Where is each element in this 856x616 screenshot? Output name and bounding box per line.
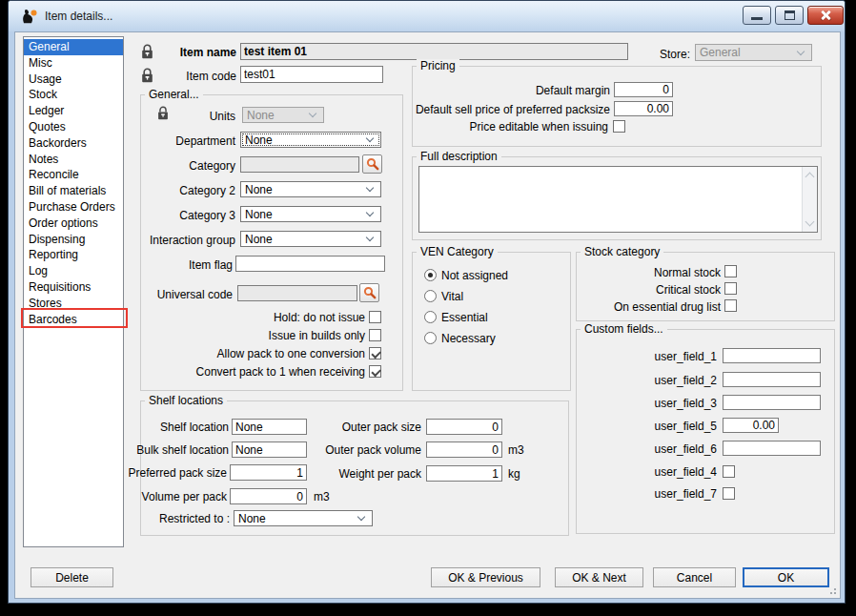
user-field-1-input[interactable] <box>723 348 821 363</box>
price-editable-checkbox[interactable] <box>613 120 625 133</box>
restricted-to-label: Restricted to : <box>111 512 230 525</box>
chevron-down-icon <box>797 47 805 54</box>
close-button[interactable] <box>807 6 844 25</box>
sidebar-item-stock[interactable]: Stock <box>24 87 123 103</box>
ven-vital-radio[interactable] <box>424 290 437 302</box>
item-details-window: Item details... General Misc Usage Stock… <box>8 0 846 604</box>
category2-select[interactable]: None <box>240 181 381 197</box>
default-margin-input[interactable] <box>614 82 673 97</box>
user-field-6-input[interactable] <box>723 441 821 456</box>
custom-fields-group-title: Custom fields... <box>581 322 667 336</box>
chevron-down-icon <box>366 134 374 142</box>
volume-unit-label: m3 <box>314 490 330 503</box>
item-code-input[interactable] <box>240 66 383 83</box>
cancel-button[interactable]: Cancel <box>653 567 736 587</box>
restricted-to-value: None <box>238 512 266 525</box>
allow-pack-conversion-checkbox[interactable] <box>369 347 381 359</box>
outer-pack-volume-unit-label: m3 <box>508 443 524 457</box>
user-field-4-checkbox[interactable] <box>723 465 735 478</box>
user-field-3-input[interactable] <box>723 395 821 410</box>
outer-pack-volume-input[interactable] <box>426 441 502 458</box>
item-name-label: Item name <box>139 46 236 59</box>
magnifier-icon <box>366 157 379 171</box>
ok-button[interactable]: OK <box>743 567 829 587</box>
weight-per-pack-input[interactable] <box>426 465 502 482</box>
resize-grip[interactable] <box>826 585 838 596</box>
delete-button[interactable]: Delete <box>31 567 113 587</box>
sidebar-item-quotes[interactable]: Quotes <box>24 119 123 135</box>
full-description-textarea[interactable] <box>418 166 818 233</box>
category3-select[interactable]: None <box>240 206 381 222</box>
outer-pack-size-input[interactable] <box>426 419 502 435</box>
user-field-5-input[interactable] <box>723 418 779 433</box>
category-input[interactable] <box>240 156 359 173</box>
sidebar-item-usage[interactable]: Usage <box>24 72 123 88</box>
title-bar[interactable]: Item details... <box>9 1 845 31</box>
issue-builds-checkbox[interactable] <box>369 329 381 341</box>
textarea-scrollbar[interactable] <box>802 167 817 232</box>
store-value: General <box>700 46 741 59</box>
hold-checkbox[interactable] <box>369 311 381 323</box>
ven-necessary-label: Necessary <box>441 332 496 345</box>
user-field-2-input[interactable] <box>723 372 821 387</box>
universal-code-label: Universal code <box>128 288 233 301</box>
ven-not-assigned-radio[interactable] <box>424 269 437 281</box>
ven-essential-radio[interactable] <box>424 311 437 323</box>
shelf-location-input[interactable] <box>232 419 307 435</box>
sidebar-item-purchase-orders[interactable]: Purchase Orders <box>24 199 123 216</box>
sidebar-item-reporting[interactable]: Reporting <box>24 247 123 263</box>
store-label: Store: <box>652 48 690 61</box>
bulk-shelf-location-input[interactable] <box>232 441 307 458</box>
ok-next-button[interactable]: OK & Next <box>555 567 643 587</box>
ok-previous-button[interactable]: OK & Previous <box>431 567 540 587</box>
issue-builds-label: Issue in builds only <box>130 329 365 342</box>
sidebar-item-reconcile[interactable]: Reconcile <box>24 167 123 183</box>
convert-pack-checkbox[interactable] <box>369 365 381 378</box>
user-field-6-label: user_field_6 <box>587 442 717 456</box>
chevron-down-icon <box>309 110 316 117</box>
item-name-input[interactable] <box>240 43 628 60</box>
sidebar-item-general[interactable]: General <box>24 39 123 55</box>
ven-necessary-radio[interactable] <box>424 332 437 344</box>
shelf-locations-group-title: Shelf locations <box>145 394 227 407</box>
scroll-down-icon[interactable] <box>805 217 815 227</box>
sidebar-item-backorders[interactable]: Backorders <box>24 135 123 152</box>
sidebar-item-dispensing[interactable]: Dispensing <box>24 232 123 248</box>
sidebar-item-bill-of-materials[interactable]: Bill of materials <box>24 183 123 199</box>
restricted-to-select[interactable]: None <box>234 510 373 526</box>
minimize-button[interactable] <box>743 6 771 25</box>
scroll-up-icon[interactable] <box>805 173 815 182</box>
critical-stock-checkbox[interactable] <box>724 282 737 295</box>
minimize-icon <box>751 17 763 20</box>
default-margin-label: Default margin <box>416 84 610 97</box>
user-field-7-checkbox[interactable] <box>723 487 735 500</box>
user-field-5-label: user_field_5 <box>587 420 717 433</box>
sidebar-item-log[interactable]: Log <box>24 263 123 279</box>
default-sell-price-input[interactable] <box>614 101 673 116</box>
sidebar-item-requisitions[interactable]: Requisitions <box>24 279 123 296</box>
normal-stock-checkbox[interactable] <box>724 265 737 277</box>
volume-per-pack-input[interactable] <box>230 488 307 504</box>
item-flag-input[interactable] <box>235 256 385 272</box>
sidebar-item-notes[interactable]: Notes <box>24 152 123 168</box>
section-list: General Misc Usage Stock Ledger Quotes B… <box>23 36 124 547</box>
sidebar-item-order-options[interactable]: Order options <box>24 216 123 232</box>
outer-pack-volume-label: Outer pack volume <box>311 443 421 457</box>
department-select[interactable]: None <box>240 132 381 148</box>
units-value: None <box>247 109 275 122</box>
weight-unit-label: kg <box>508 467 520 481</box>
full-description-group-title: Full description <box>417 150 501 163</box>
category-search-button[interactable] <box>362 154 382 174</box>
window-title: Item details... <box>45 10 112 23</box>
sidebar-item-misc[interactable]: Misc <box>24 55 123 72</box>
interaction-group-label: Interaction group <box>128 234 235 247</box>
essential-drug-list-checkbox[interactable] <box>724 299 737 312</box>
universal-code-search-button[interactable] <box>359 283 379 302</box>
outer-pack-size-label: Outer pack size <box>311 421 421 434</box>
store-select: General <box>695 44 812 61</box>
maximize-button[interactable] <box>775 6 804 25</box>
sidebar-item-ledger[interactable]: Ledger <box>24 103 123 119</box>
preferred-pack-size-input[interactable] <box>230 464 307 481</box>
category3-value: None <box>245 208 273 221</box>
interaction-group-select[interactable]: None <box>240 231 381 247</box>
